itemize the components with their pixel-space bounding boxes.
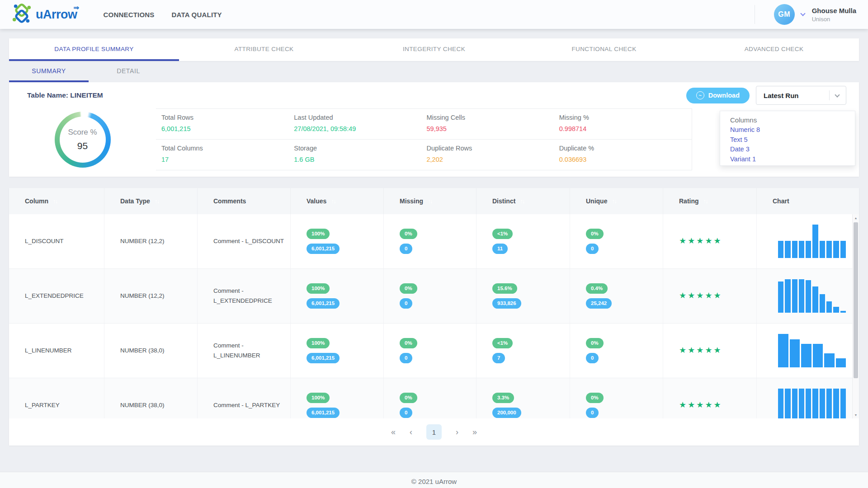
distinct-count-badge: 11 [492,244,508,254]
histogram-bar [806,241,811,258]
cell-values: 100%6,001,215 [290,214,383,268]
column-header-label: Unique [586,197,607,205]
histogram-chart [778,225,846,258]
download-button[interactable]: ~ Download [686,88,750,103]
distinct-percent-badge: 3.3% [492,393,514,403]
column-header-label: Comments [213,197,246,205]
cell-unique: 0%0 [570,378,663,418]
table-header-row: Column↑↓Data Type↑↓CommentsValues↑↓Missi… [9,188,859,214]
score-label: Score % [68,128,97,137]
distinct-percent-badge: 15.6% [492,283,517,294]
cell-column: L_LINENUMBER [9,324,104,378]
sort-icon[interactable]: ↑↓ [428,198,432,205]
current-page[interactable]: 1 [426,424,442,440]
avatar[interactable]: GM [774,4,795,25]
cell-data-type: NUMBER (38,0) [104,378,197,418]
subtab-summary[interactable]: SUMMARY [9,61,89,82]
cell-data-type: NUMBER (38,0) [104,324,197,378]
histogram-bar [792,279,797,313]
scroll-up-icon[interactable]: ▲ [853,214,859,221]
sort-icon[interactable]: ↑↓ [53,198,57,205]
first-page-button[interactable]: « [391,428,396,436]
cell-column: L_EXTENDEDPRICE [9,269,104,323]
histogram-bar [836,358,846,367]
prev-page-button[interactable]: ‹ [410,428,412,436]
unique-percent-badge: 0% [586,229,604,239]
histogram-bar [806,280,811,313]
missing-count-badge: 0 [400,408,412,418]
cell-comments: Comment - L_LINENUMBER [197,324,290,378]
column-header-data-type: Data Type↑↓ [104,188,197,214]
histogram-bar [812,286,818,313]
tab-functional-check[interactable]: FUNCTIONAL CHECK [519,38,689,61]
cell-chart [756,269,852,323]
cell-comments: Comment - L_PARTKEY [197,378,290,418]
histogram-bar [812,225,818,258]
logo-icon [12,4,32,25]
summary-card-header: Table Name: LINEITEM ~ Download Latest R… [9,82,859,108]
histogram-bar [840,311,846,313]
columns-link-text[interactable]: Text 5 [730,135,855,145]
unique-count-badge: 0 [586,244,599,254]
unique-count-badge: 0 [586,353,599,363]
column-header-label: Chart [773,197,789,205]
columns-link-variant[interactable]: Variant 1 [730,155,855,164]
rating-stars: ★★★★★ [679,289,722,303]
sort-icon[interactable]: ↑↓ [331,198,335,205]
next-page-button[interactable]: › [456,428,458,436]
histogram-bar [826,389,832,418]
cell-column: L_DISCOUNT [9,214,104,268]
cell-rating: ★★★★★ [663,324,756,378]
columns-link-date[interactable]: Date 3 [730,145,855,155]
user-area: GM Ghouse Mulla Unison [755,4,856,25]
tab-advanced-check[interactable]: ADVANCED CHECK [689,38,859,61]
cell-data-type: NUMBER (12,2) [104,269,197,323]
last-page-button[interactable]: » [472,428,477,436]
chevron-down-icon[interactable] [800,11,805,16]
tab-integerity-check[interactable]: INTEGERITY CHECK [349,38,519,61]
run-select[interactable]: Latest Run [756,86,846,105]
histogram-bar [785,279,790,313]
rating-stars: ★★★★★ [679,344,722,357]
histogram-bar [799,241,804,258]
divider [829,90,830,100]
app-logo[interactable]: uArrow⇒ [12,4,77,25]
table-name-title: Table Name: LINEITEM [27,91,103,99]
stat-duplicate-pct: Duplicate % 0.036693 [559,145,692,163]
cell-unique: 0.4%25,242 [570,269,663,323]
logo-arrow-mark: ⇒ [73,4,79,12]
histogram-bar [833,307,839,313]
cell-chart [756,214,852,268]
table-body: L_DISCOUNTNUMBER (12,2)Comment - L_DISCO… [9,214,859,418]
values-count-badge: 6,001,215 [307,244,340,254]
table-scrollbar[interactable]: ▲ ▼ [852,214,859,418]
histogram-chart [778,279,846,313]
distinct-count-badge: 7 [492,353,505,363]
histogram-bar [778,282,783,313]
sort-icon[interactable]: ↑↓ [520,198,524,205]
cell-chart [756,324,852,378]
summary-actions: ~ Download Latest Run [686,86,846,105]
histogram-bar [792,241,797,258]
missing-percent-badge: 0% [400,229,417,239]
columns-link-numeric[interactable]: Numeric 8 [730,125,855,135]
stat-total-rows: Total Rows 6,001,215 [161,114,294,132]
nav-item-data-quality[interactable]: DATA QUALITY [172,11,222,19]
histogram-bar [812,389,818,418]
cell-rating: ★★★★★ [663,269,756,323]
sort-icon[interactable]: ↑↓ [703,198,708,205]
missing-percent-badge: 0% [400,393,417,403]
sort-icon[interactable]: ↑↓ [612,198,616,205]
scrollbar-thumb[interactable] [854,222,858,378]
stat-missing-pct: Missing % 0.998714 [559,114,692,132]
nav-item-connections[interactable]: CONNECTIONS [104,11,155,19]
column-header-column: Column↑↓ [9,188,104,214]
tab-attribute-check[interactable]: ATTRIBUTE CHECK [179,38,349,61]
top-navbar: uArrow⇒ CONNECTIONS DATA QUALITY GM Ghou… [0,0,868,29]
sort-icon[interactable]: ↑↓ [155,198,159,205]
tab-data-profile-summary[interactable]: DATA PROFILE SUMMARY [9,38,179,61]
unique-percent-badge: 0% [586,338,604,348]
values-percent-badge: 100% [307,283,330,294]
scroll-down-icon[interactable]: ▼ [853,411,859,418]
subtab-detail[interactable]: DETAIL [89,61,168,82]
